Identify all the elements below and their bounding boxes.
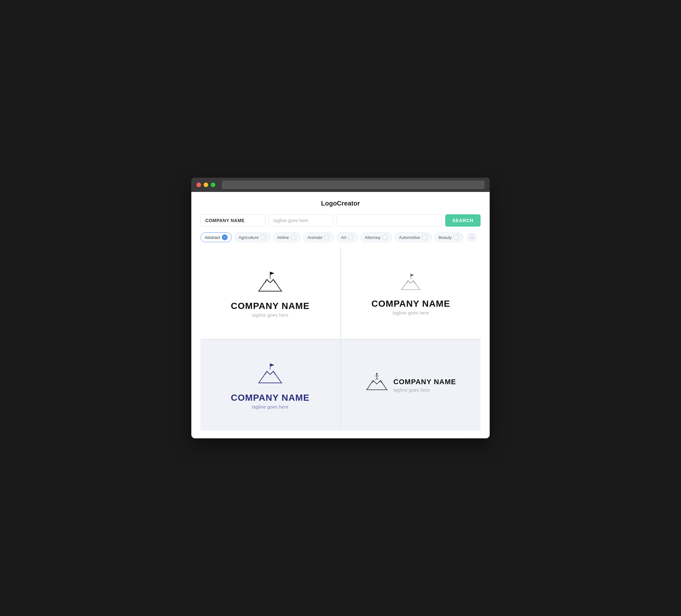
filter-chip-abstract[interactable]: Abstract✓ — [200, 232, 232, 242]
check-icon-abstract: ✓ — [222, 234, 228, 240]
logo-company-name-4: COMPANY NAME — [393, 378, 456, 386]
browser-titlebar — [191, 178, 490, 192]
logo-icon-4 — [365, 371, 388, 395]
check-icon-attorney: ✓ — [382, 234, 388, 240]
filter-chip-airline[interactable]: Airline✓ — [273, 232, 301, 242]
filter-chip-automotive[interactable]: Automotive✓ — [395, 232, 432, 242]
svg-marker-1 — [270, 272, 274, 275]
browser-window: LogoCreator SEARCH Abstract✓Agriculture✓… — [191, 178, 490, 438]
svg-line-13 — [377, 378, 378, 380]
logo-tagline-2: tagline goes here — [393, 310, 429, 315]
address-bar — [222, 181, 484, 189]
keyword-input[interactable] — [336, 214, 442, 227]
filter-chip-agriculture[interactable]: Agriculture✓ — [234, 232, 271, 242]
logo-grid: COMPANY NAME tagline goes here COMPANY N… — [200, 248, 481, 431]
company-name-input[interactable] — [200, 214, 265, 227]
logo-tagline-3: tagline goes here — [252, 404, 288, 409]
filter-label-airline: Airline — [277, 235, 289, 240]
check-icon-beauty: ✓ — [453, 234, 459, 240]
traffic-light-green[interactable] — [211, 182, 215, 187]
search-button[interactable]: SEARCH — [445, 214, 481, 227]
app-title: LogoCreator — [200, 200, 481, 207]
filter-bar: Abstract✓Agriculture✓Airline✓Animals✓Art… — [200, 232, 481, 242]
logo-icon-2 — [399, 272, 423, 294]
filter-chip-attorney[interactable]: Attorney✓ — [361, 232, 392, 242]
logo-text-4: COMPANY NAME tagline goes here — [393, 378, 456, 393]
svg-marker-7 — [270, 363, 274, 367]
search-bar: SEARCH — [200, 214, 481, 227]
filter-chip-beauty[interactable]: Beauty✓ — [434, 232, 463, 242]
svg-marker-4 — [411, 274, 414, 276]
filter-label-art: Art — [341, 235, 346, 240]
logo-card-3[interactable]: COMPANY NAME tagline goes here — [200, 340, 340, 431]
filter-chip-animals[interactable]: Animals✓ — [303, 232, 334, 242]
filter-label-beauty: Beauty — [438, 235, 451, 240]
filter-label-animals: Animals — [307, 235, 322, 240]
check-icon-agriculture: ✓ — [260, 234, 266, 240]
filter-next-button[interactable]: → — [467, 233, 476, 242]
logo-icon-3 — [255, 361, 285, 388]
filter-label-abstract: Abstract — [205, 235, 220, 240]
logo-icon-1 — [255, 269, 285, 296]
filter-label-automotive: Automotive — [399, 235, 420, 240]
svg-line-12 — [376, 378, 377, 380]
logo-card-4[interactable]: COMPANY NAME tagline goes here — [341, 340, 481, 431]
filter-chip-art[interactable]: Art✓ — [336, 232, 358, 242]
logo-tagline-1: tagline goes here — [252, 312, 288, 318]
traffic-light-yellow[interactable] — [204, 182, 208, 187]
filter-label-attorney: Attorney — [365, 235, 380, 240]
check-icon-art: ✓ — [348, 234, 354, 240]
check-icon-animals: ✓ — [324, 234, 330, 240]
traffic-light-red[interactable] — [197, 182, 201, 187]
logo-company-name-3: COMPANY NAME — [231, 393, 310, 403]
logo-company-name-1: COMPANY NAME — [231, 301, 310, 311]
logo-card-2[interactable]: COMPANY NAME tagline goes here — [341, 248, 481, 339]
check-icon-airline: ✓ — [291, 234, 296, 240]
app-content: LogoCreator SEARCH Abstract✓Agriculture✓… — [191, 192, 490, 438]
logo-card-1[interactable]: COMPANY NAME tagline goes here — [200, 248, 340, 339]
logo-company-name-2: COMPANY NAME — [371, 299, 450, 309]
check-icon-automotive: ✓ — [422, 234, 427, 240]
logo-tagline-4: tagline goes here — [393, 387, 456, 393]
tagline-input[interactable] — [269, 214, 333, 227]
filter-label-agriculture: Agriculture — [239, 235, 259, 240]
svg-point-9 — [376, 373, 378, 375]
